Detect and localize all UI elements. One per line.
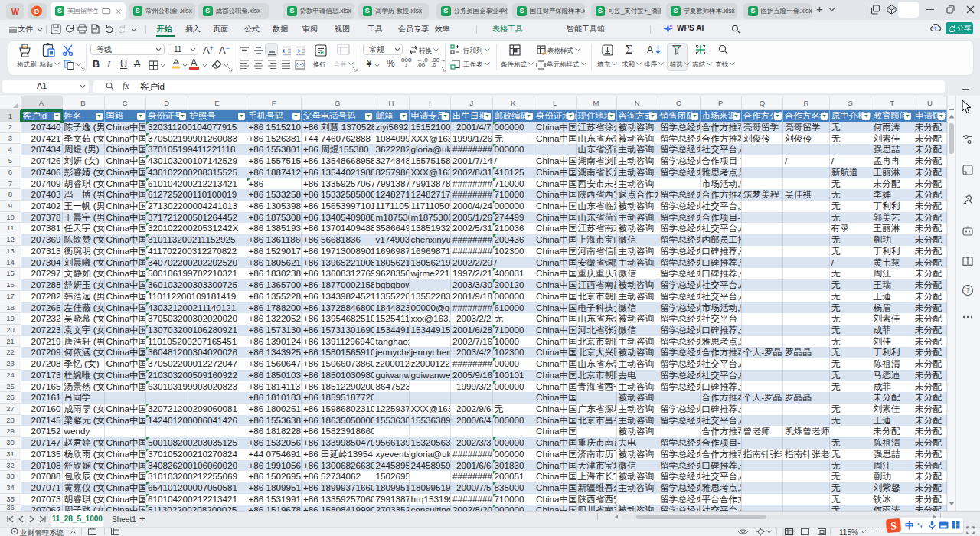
svg-text:?: ? xyxy=(965,286,969,294)
svg-text:W: W xyxy=(11,7,19,16)
svg-text:D: D xyxy=(34,8,40,15)
svg-text:S: S xyxy=(890,520,897,532)
